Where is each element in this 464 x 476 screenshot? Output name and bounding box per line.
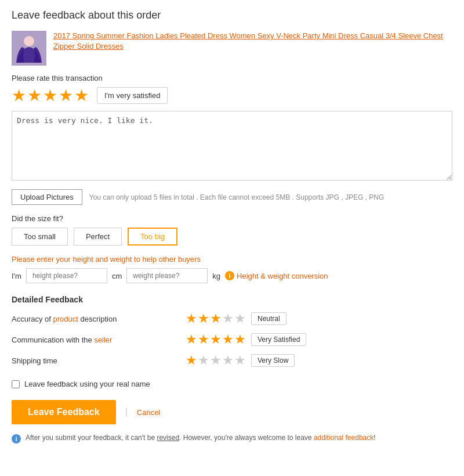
shipping-label: Shipping time: [12, 356, 186, 365]
svg-point-1: [24, 36, 34, 46]
height-weight-conversion-link[interactable]: i Height & weight conversion: [225, 271, 328, 280]
accuracy-star-2[interactable]: ★: [198, 311, 209, 326]
accuracy-star-4[interactable]: ★: [222, 311, 234, 326]
info-bar: i After you submit your feedback, it can…: [12, 434, 452, 443]
star-1[interactable]: ★: [12, 86, 26, 105]
detailed-feedback-section: Detailed Feedback Accuracy of product de…: [12, 295, 452, 368]
size-perfect-button[interactable]: Perfect: [74, 228, 122, 246]
leave-feedback-button[interactable]: Leave Feedback: [12, 400, 116, 424]
communication-star-2[interactable]: ★: [198, 332, 209, 347]
kg-unit: kg: [212, 272, 220, 280]
communication-stars: ★ ★ ★ ★ ★ Very Satisfied: [186, 332, 306, 347]
communication-star-5[interactable]: ★: [234, 332, 246, 347]
shipping-star-4[interactable]: ★: [222, 353, 234, 368]
height-input[interactable]: [26, 268, 107, 283]
accuracy-star-5[interactable]: ★: [234, 311, 246, 326]
height-weight-section: Please enter your height and weight to h…: [12, 255, 452, 283]
info-icon: i: [225, 271, 234, 280]
accuracy-product-link[interactable]: product: [53, 315, 78, 323]
real-name-checkbox-row: Leave feedback using your real name: [12, 380, 452, 388]
shipping-stars: ★ ★ ★ ★ ★ Very Slow: [186, 353, 295, 368]
real-name-label[interactable]: Leave feedback using your real name: [24, 380, 150, 388]
shipping-star-5[interactable]: ★: [234, 353, 246, 368]
action-row: Leave Feedback | Cancel: [12, 400, 452, 424]
upload-row: Upload Pictures You can only upload 5 fi…: [12, 189, 452, 205]
cm-unit: cm: [112, 272, 122, 280]
page-title: Leave feedback about this order: [12, 9, 452, 21]
upload-hint: You can only upload 5 files in total . E…: [89, 193, 385, 201]
shipping-star-3[interactable]: ★: [210, 353, 222, 368]
communication-label: Communication with the seller: [12, 336, 186, 344]
shipping-star-2[interactable]: ★: [198, 353, 209, 368]
communication-seller-link[interactable]: seller: [94, 336, 112, 344]
conversion-link-text: Height & weight conversion: [237, 272, 328, 280]
accuracy-star-1[interactable]: ★: [186, 311, 197, 326]
rating-tooltip: I'm very satisfied: [97, 87, 168, 104]
communication-star-1[interactable]: ★: [186, 332, 197, 347]
size-too-big-button[interactable]: Too big: [128, 228, 177, 246]
accuracy-stars: ★ ★ ★ ★ ★ Neutral: [186, 311, 287, 326]
size-too-small-button[interactable]: Too small: [12, 228, 68, 246]
review-textarea[interactable]: Dress is very nice. I like it.: [12, 111, 452, 181]
accuracy-star-3[interactable]: ★: [210, 311, 222, 326]
additional-feedback-link[interactable]: additional feedback: [314, 434, 374, 442]
upload-pictures-button[interactable]: Upload Pictures: [12, 189, 82, 205]
shipping-badge: Very Slow: [251, 354, 295, 367]
product-thumbnail: [12, 31, 46, 66]
info-bar-icon: i: [12, 434, 21, 443]
star-3[interactable]: ★: [43, 86, 57, 105]
size-section: Did the size fit? Too small Perfect Too …: [12, 214, 452, 246]
size-options: Too small Perfect Too big: [12, 228, 452, 246]
height-weight-row: I'm cm kg i Height & weight conversion: [12, 268, 452, 283]
star-4[interactable]: ★: [59, 86, 73, 105]
rate-transaction-label: Please rate this transaction: [12, 74, 452, 82]
info-bar-text: After you submit your feedback, it can't…: [26, 434, 376, 442]
rating-stars-row: ★ ★ ★ ★ ★ I'm very satisfied: [12, 86, 452, 105]
star-5[interactable]: ★: [74, 86, 89, 105]
product-row: 2017 Spring Summer Fashion Ladies Pleate…: [12, 31, 452, 66]
height-weight-label: Please enter your height and weight to h…: [12, 255, 452, 264]
communication-star-3[interactable]: ★: [210, 332, 222, 347]
cancel-link[interactable]: Cancel: [137, 408, 160, 417]
real-name-checkbox[interactable]: [12, 380, 20, 388]
im-prefix: I'm: [12, 272, 21, 280]
accuracy-badge: Neutral: [251, 312, 287, 325]
communication-star-4[interactable]: ★: [222, 332, 234, 347]
shipping-star-1[interactable]: ★: [186, 353, 197, 368]
detailed-feedback-title: Detailed Feedback: [12, 295, 452, 304]
size-question-label: Did the size fit?: [12, 214, 452, 223]
star-2[interactable]: ★: [27, 86, 42, 105]
product-title-link[interactable]: 2017 Spring Summer Fashion Ladies Pleate…: [53, 31, 452, 52]
shipping-row: Shipping time ★ ★ ★ ★ ★ Very Slow: [12, 353, 452, 368]
action-divider: |: [125, 407, 128, 417]
communication-row: Communication with the seller ★ ★ ★ ★ ★ …: [12, 332, 452, 347]
accuracy-row: Accuracy of product description ★ ★ ★ ★ …: [12, 311, 452, 326]
accuracy-label: Accuracy of product description: [12, 315, 186, 323]
weight-input[interactable]: [126, 268, 208, 283]
communication-badge: Very Satisfied: [251, 333, 306, 346]
